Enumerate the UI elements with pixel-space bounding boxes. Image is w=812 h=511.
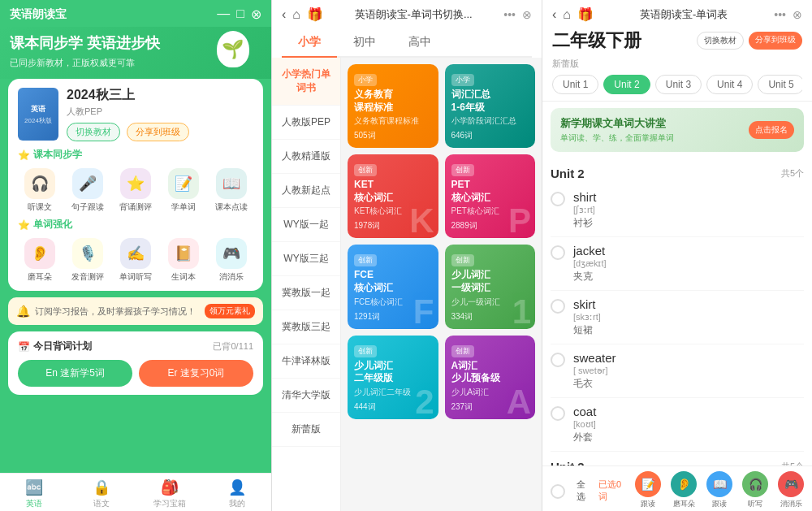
- vocab-card-child2[interactable]: 创新 少儿词汇二年级版 少儿词汇二年级 444词 2: [348, 336, 438, 419]
- vocab-card-pet[interactable]: 创新 PET核心词汇 PET核心词汇 2889词 P: [445, 154, 536, 238]
- panel1-header: 英语朗读宝 — □ ⊗: [0, 0, 271, 27]
- word-radio-coat[interactable]: [551, 406, 565, 421]
- vocab-card-child1[interactable]: 创新 少儿词汇一级词汇 少儿一级词汇 334词 1: [445, 245, 536, 328]
- pronunciation-label: 发音测评: [71, 271, 104, 283]
- panel3-dots[interactable]: •••: [774, 8, 786, 21]
- p3-tab-unit1[interactable]: Unit 1: [552, 75, 598, 94]
- action-read[interactable]: 📖 跟读: [706, 471, 732, 509]
- tab-middle[interactable]: 初中: [337, 28, 392, 58]
- action-game[interactable]: 🎮 消消乐: [778, 471, 804, 509]
- star-icon: ⭐: [18, 149, 30, 161]
- sidebar-item-xinlei[interactable]: 新蕾版: [272, 413, 340, 447]
- cover-label: 英语: [31, 104, 45, 115]
- panel3-home-icon[interactable]: ⌂: [563, 7, 571, 22]
- sidebar-item-oxford[interactable]: 牛津译林版: [272, 344, 340, 379]
- panel1-title: 英语朗读宝: [10, 7, 67, 22]
- learn-word-item[interactable]: 📝 学单词: [161, 168, 205, 213]
- p3-tab-unit3[interactable]: Unit 3: [655, 75, 702, 94]
- sidebar-item-ji1[interactable]: 冀教版一起: [272, 276, 340, 310]
- promo-button[interactable]: 点击报名: [749, 121, 794, 139]
- word-zh-jacket: 夹克: [573, 270, 804, 284]
- tab-high[interactable]: 高中: [392, 28, 447, 58]
- notebook-item[interactable]: 📔 生词本: [161, 238, 205, 283]
- word-phonetic-skirt: [skɜːrt]: [573, 312, 804, 323]
- coursework-title: 课本同步学: [33, 148, 82, 162]
- sidebar-item-jingtong[interactable]: 人教精通版: [272, 140, 340, 174]
- pronunciation-item[interactable]: 🎙️ 发音测评: [66, 238, 110, 283]
- select-all-label[interactable]: 全选: [577, 479, 592, 503]
- sidebar-item-wy1[interactable]: WY版一起: [272, 208, 340, 242]
- gift-badge[interactable]: 领万元素礼: [205, 304, 255, 318]
- action-ear-train[interactable]: 👂 磨耳朵: [671, 471, 697, 509]
- sidebar-item-ji3[interactable]: 冀教版三起: [272, 310, 340, 344]
- word-radio-skirt[interactable]: [551, 299, 565, 314]
- review-button[interactable]: Er 速复习0词: [139, 360, 253, 387]
- p3-tab-unit2[interactable]: Unit 2: [603, 75, 650, 94]
- word-radio-jacket[interactable]: [551, 245, 565, 260]
- p3-tab-unit4[interactable]: Unit 4: [706, 75, 753, 94]
- vc-badge6: 创新: [451, 254, 474, 266]
- panel2-back-icon[interactable]: ‹: [282, 7, 286, 22]
- panel2-dots[interactable]: •••: [503, 8, 516, 21]
- vocab-card-a[interactable]: 创新 A词汇少儿预备级 少儿A词汇 237词 A: [445, 336, 536, 419]
- p3-switch-btn[interactable]: 切换教材: [697, 32, 744, 50]
- panel2-gift-icon[interactable]: 🎁: [307, 6, 323, 22]
- sidebar-item-xqd[interactable]: 人教新起点: [272, 174, 340, 208]
- word-item-sweater[interactable]: sweater [ swetər] 毛衣: [551, 344, 804, 398]
- word-item-shirt[interactable]: shirt [ʃɜːrt] 衬衫: [551, 184, 804, 237]
- memorize-item[interactable]: ⭐ 背诵测评: [114, 168, 158, 213]
- share-class-button[interactable]: 分享到班级: [127, 123, 189, 141]
- vc-title3: KET核心词汇: [354, 179, 432, 204]
- nav-chinese[interactable]: 🔒 语文: [68, 479, 136, 509]
- panel1-bottom-nav: 🔤 英语 🔒 语文 🎒 学习宝箱 👤 我的: [0, 473, 271, 511]
- maximize-icon[interactable]: □: [236, 6, 244, 22]
- vocab-card-fce[interactable]: 创新 FCE核心词汇 FCE核心词汇 1291词 F: [348, 245, 438, 328]
- sidebar-item-tsinghua[interactable]: 清华大学版: [272, 379, 340, 413]
- word-content-sweater: sweater [ swetər] 毛衣: [573, 351, 804, 391]
- panel3-gift-icon[interactable]: 🎁: [577, 6, 594, 22]
- action-follow-read[interactable]: 📝 跟读: [635, 471, 661, 509]
- plan-buttons: En 速新学5词 Er 速复习0词: [18, 360, 253, 387]
- action-listen[interactable]: 🎧 听写: [742, 471, 768, 509]
- word-radio-sweater[interactable]: [551, 353, 565, 367]
- switch-textbook-button[interactable]: 切换教材: [67, 123, 120, 141]
- minimize-icon[interactable]: —: [217, 6, 230, 22]
- p3-tab-unit5[interactable]: Unit 5: [758, 75, 802, 94]
- nav-profile[interactable]: 👤 我的: [204, 479, 272, 509]
- ear-train-item[interactable]: 👂 磨耳朵: [18, 238, 63, 283]
- vocab-card-yiwu[interactable]: 小学 义务教育课程标准 义务教育课程标准 505词: [348, 64, 438, 148]
- panel2-controls: ••• ⊗: [503, 8, 532, 21]
- word-item-coat[interactable]: coat [koʊt] 外套: [551, 398, 804, 452]
- profile-nav-label: 我的: [229, 498, 245, 509]
- panel3-back-icon[interactable]: ‹: [552, 7, 556, 22]
- notification-bar: 🔔 订阅学习报告，及时掌握孩子学习情况！ 领万元素礼: [8, 297, 263, 325]
- ear-train2-label: 磨耳朵: [673, 499, 695, 509]
- panel3-close-icon[interactable]: ⊗: [793, 8, 802, 21]
- close-icon[interactable]: ⊗: [251, 6, 261, 22]
- game-item[interactable]: 🎮 消消乐: [209, 238, 253, 283]
- nav-toolbox[interactable]: 🎒 学习宝箱: [136, 479, 204, 509]
- new-words-button[interactable]: En 速新学5词: [18, 360, 132, 387]
- dictation-item[interactable]: ✍️ 单词听写: [114, 238, 158, 283]
- word-item-jacket[interactable]: jacket [dʒækɪt] 夹克: [551, 237, 804, 291]
- section-title-unit2: Unit 2: [551, 167, 585, 180]
- select-all-radio[interactable]: [551, 484, 565, 499]
- word-item-skirt[interactable]: skirt [skɜːrt] 短裙: [551, 291, 804, 344]
- p3-share-btn[interactable]: 分享到班级: [749, 32, 802, 50]
- tab-primary[interactable]: 小学: [282, 28, 337, 58]
- panel2-main: 小学 义务教育课程标准 义务教育课程标准 505词 小学 词汇汇总1-6年级 小…: [341, 58, 542, 511]
- textbook-read-item[interactable]: 📖 课本点读: [209, 168, 253, 213]
- listen-icon: 🎧: [742, 471, 768, 497]
- mascot-face: 🌱: [222, 39, 244, 60]
- listen-text-item[interactable]: 🎧 听课文: [18, 168, 63, 213]
- sidebar-item-popular[interactable]: 小学热门单词书: [272, 58, 340, 106]
- sidebar-item-wy3[interactable]: WY版三起: [272, 242, 340, 276]
- nav-english[interactable]: 🔤 英语: [0, 479, 68, 509]
- word-radio-shirt[interactable]: [551, 192, 565, 206]
- sentence-read-item[interactable]: 🎤 句子跟读: [66, 168, 110, 213]
- sidebar-item-pep[interactable]: 人教版PEP: [272, 106, 340, 140]
- panel2-home-icon[interactable]: ⌂: [292, 7, 300, 22]
- vocab-card-summary[interactable]: 小学 词汇汇总1-6年级 小学阶段词汇汇总 646词: [445, 64, 536, 148]
- panel2-close-icon[interactable]: ⊗: [522, 8, 532, 21]
- vocab-card-ket[interactable]: 创新 KET核心词汇 KET核心词汇 1978词 K: [348, 154, 438, 238]
